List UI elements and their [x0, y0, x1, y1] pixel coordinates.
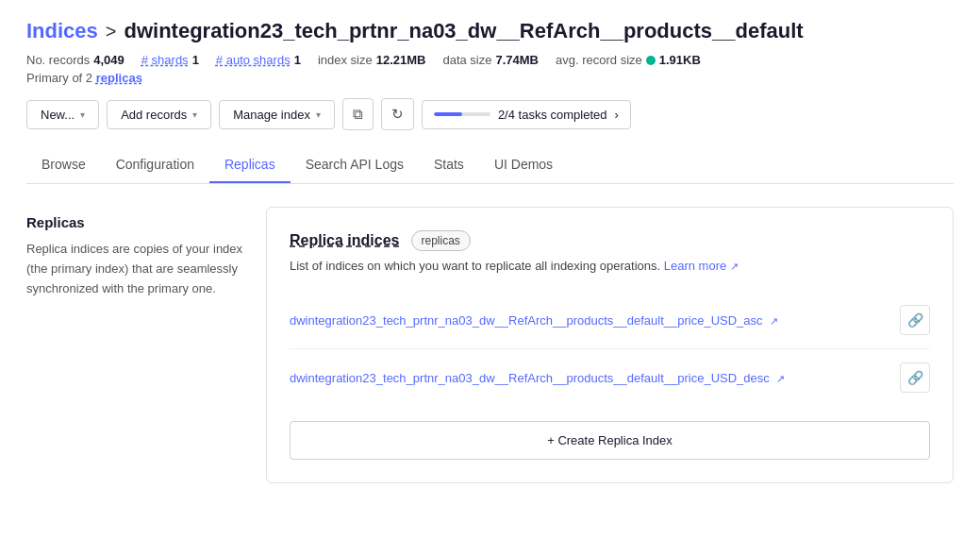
replica-copy-icon-1: 🔗 — [907, 312, 923, 328]
replicas-meta-row: Primary of 2 replicas — [26, 71, 954, 85]
nav-tabs: Browse Configuration Replicas Search API… — [26, 147, 954, 184]
panel-title: Replica indices — [290, 232, 400, 249]
panel-description: List of indices on which you want to rep… — [290, 259, 930, 273]
replica-item-1: dwintegration23_tech_prtnr_na03_dw__RefA… — [290, 292, 930, 349]
primary-of-label: Primary of — [26, 71, 82, 85]
refresh-icon: ↻ — [391, 106, 404, 122]
learn-more-link[interactable]: Learn more ↗ — [664, 259, 741, 273]
new-button-label: New... — [41, 108, 75, 122]
add-records-label: Add records — [121, 108, 187, 122]
replica-external-icon-2: ↗ — [776, 373, 785, 385]
replicas-count: 2 — [86, 71, 92, 85]
content-area: Replicas Replica indices are copies of y… — [26, 207, 954, 483]
shards-value: 1 — [192, 53, 199, 67]
replica-link-2[interactable]: dwintegration23_tech_prtnr_na03_dw__RefA… — [290, 371, 785, 385]
new-button[interactable]: New... ▾ — [26, 100, 99, 129]
copy-icon: ⧉ — [353, 106, 363, 122]
replica-copy-btn-2[interactable]: 🔗 — [900, 362, 930, 393]
data-size-label: data size — [442, 53, 491, 67]
panel-header: Replica indices replicas — [290, 230, 930, 251]
copy-button[interactable]: ⧉ — [342, 98, 374, 130]
refresh-button[interactable]: ↻ — [381, 98, 414, 130]
tab-replicas[interactable]: Replicas — [209, 147, 291, 183]
tab-browse[interactable]: Browse — [26, 147, 101, 183]
manage-index-button[interactable]: Manage index ▾ — [219, 100, 335, 129]
add-records-button[interactable]: Add records ▾ — [107, 100, 211, 129]
replica-external-icon-1: ↗ — [770, 315, 778, 328]
tasks-progress-bar — [434, 112, 490, 116]
breadcrumb-separator: > — [106, 21, 117, 42]
status-dot — [646, 56, 656, 65]
replica-list: dwintegration23_tech_prtnr_na03_dw__RefA… — [290, 292, 930, 406]
tasks-button[interactable]: 2/4 tasks completed › — [422, 100, 631, 129]
new-button-arrow: ▾ — [80, 109, 85, 120]
manage-index-arrow: ▾ — [316, 109, 321, 120]
external-link-icon: ↗ — [730, 261, 741, 272]
add-records-arrow: ▾ — [192, 109, 197, 120]
sidebar-description: Replica indices are copies of your index… — [26, 240, 243, 298]
avg-record-label: avg. record size — [556, 53, 642, 67]
replica-name-2: dwintegration23_tech_prtnr_na03_dw__RefA… — [290, 371, 770, 385]
replica-copy-icon-2: 🔗 — [907, 370, 923, 385]
toolbar: New... ▾ Add records ▾ Manage index ▾ ⧉ … — [26, 98, 954, 130]
main-panel: Replica indices replicas List of indices… — [266, 207, 954, 483]
replica-item-2: dwintegration23_tech_prtnr_na03_dw__RefA… — [290, 349, 930, 406]
tab-configuration[interactable]: Configuration — [101, 147, 209, 183]
tab-ui-demos[interactable]: UI Demos — [479, 147, 568, 183]
meta-index-size: index size 12.21MB — [318, 53, 426, 67]
tasks-progress-fill — [434, 112, 462, 116]
meta-data-size: data size 7.74MB — [442, 53, 539, 67]
indices-link[interactable]: Indices — [26, 19, 98, 43]
manage-index-label: Manage index — [233, 108, 310, 122]
tab-search-api-logs[interactable]: Search API Logs — [291, 147, 419, 183]
replicas-meta-link[interactable]: replicas — [96, 71, 142, 85]
no-records-label: No. records — [26, 53, 90, 67]
meta-row: No. records 4,049 # shards 1 # auto shar… — [26, 53, 954, 67]
replicas-badge: replicas — [411, 230, 471, 251]
shards-link[interactable]: # shards — [141, 53, 189, 67]
meta-no-records: No. records 4,049 — [26, 53, 125, 67]
breadcrumb: Indices > dwintegration23_tech_prtnr_na0… — [26, 19, 954, 43]
data-size-value: 7.74MB — [495, 53, 539, 67]
index-size-label: index size — [318, 53, 373, 67]
meta-auto-shards: # auto shards 1 — [216, 53, 301, 67]
auto-shards-value: 1 — [294, 53, 301, 67]
meta-shards: # shards 1 — [141, 53, 199, 67]
replica-copy-btn-1[interactable]: 🔗 — [900, 305, 930, 335]
replica-name-1: dwintegration23_tech_prtnr_na03_dw__RefA… — [290, 313, 763, 328]
tab-stats[interactable]: Stats — [419, 147, 479, 183]
tasks-arrow-icon: › — [615, 108, 619, 122]
learn-more-label: Learn more — [664, 259, 726, 273]
index-title: dwintegration23_tech_prtnr_na03_dw__RefA… — [125, 19, 804, 43]
index-size-value: 12.21MB — [376, 53, 426, 67]
create-replica-button[interactable]: + Create Replica Index — [290, 421, 930, 460]
sidebar-title: Replicas — [26, 214, 243, 230]
tasks-label: 2/4 tasks completed — [498, 108, 607, 122]
create-replica-label: + Create Replica Index — [547, 433, 673, 447]
no-records-value: 4,049 — [93, 53, 125, 67]
avg-record-value: 1.91KB — [659, 53, 701, 67]
meta-avg-record: avg. record size 1.91KB — [556, 53, 701, 67]
replica-link-1[interactable]: dwintegration23_tech_prtnr_na03_dw__RefA… — [290, 313, 778, 328]
panel-desc-text: List of indices on which you want to rep… — [290, 259, 660, 273]
auto-shards-link[interactable]: # auto shards — [216, 53, 291, 67]
sidebar-panel: Replicas Replica indices are copies of y… — [26, 207, 243, 483]
